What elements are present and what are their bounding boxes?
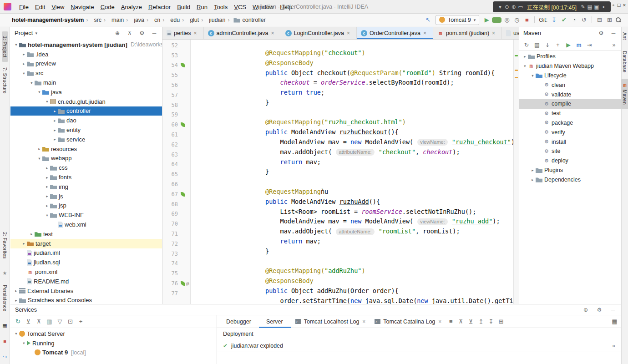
tab-close-icon[interactable]: × — [362, 318, 365, 325]
services-tab[interactable]: Tomcat Localhost Log × — [291, 315, 370, 328]
tree-arrow-icon[interactable]: ▾ — [530, 73, 536, 78]
deployment-item[interactable]: ✔ jiudian:war exploded » — [217, 339, 621, 352]
tree-arrow-icon[interactable]: ▸ — [29, 232, 35, 236]
tree-row[interactable]: ▾ src — [10, 68, 162, 78]
expand-all-icon[interactable]: ⊻ — [24, 317, 33, 327]
error-stripe-mark[interactable] — [515, 70, 518, 71]
tree-row[interactable]: compile — [519, 99, 621, 109]
tab-close-icon[interactable]: × — [194, 30, 197, 36]
tree-row[interactable]: ▾ webapp — [10, 154, 162, 163]
error-stripe-mark[interactable] — [515, 77, 518, 78]
tree-row[interactable]: ▸ resources — [10, 144, 162, 154]
tool-stripe-button[interactable]: 7: Structure — [2, 63, 8, 98]
tree-row[interactable]: ▸ test — [10, 229, 162, 239]
tree-arrow-icon[interactable]: ▸ — [44, 184, 50, 189]
collapse-all-icon[interactable]: ⊼ — [126, 29, 133, 38]
tree-row[interactable]: ▸ js — [10, 192, 162, 201]
stop-record-icon[interactable]: ▪ — [600, 2, 607, 11]
zoom-icon[interactable]: ⊕ — [511, 2, 517, 11]
hide-panel-icon[interactable]: ─ — [610, 29, 617, 38]
tree-arrow-icon[interactable]: ▸ — [44, 166, 50, 170]
line-number[interactable]: 69 — [162, 211, 178, 217]
collapse-all-icon[interactable]: ⊼ — [34, 317, 44, 327]
tree-row[interactable]: deploy — [519, 156, 621, 166]
menu-item[interactable]: Tools — [211, 4, 231, 10]
line-number[interactable]: 62 — [162, 142, 178, 148]
tree-row[interactable]: ▾ main — [10, 78, 162, 87]
menu-item[interactable]: VCS — [231, 4, 249, 10]
tool-stripe-button[interactable]: Persistence — [2, 280, 8, 316]
search-everywhere-icon[interactable] — [615, 16, 624, 23]
code-line[interactable]: 77 order.setStartTime(new java.sql.Date(… — [162, 288, 513, 298]
region-icon[interactable]: ▭ — [517, 2, 524, 11]
navigate-back-icon[interactable]: ↖ — [423, 15, 433, 25]
line-number[interactable]: 65 — [162, 171, 178, 177]
tree-row[interactable]: jiudian.sql — [10, 258, 162, 267]
menu-item[interactable]: Build — [174, 4, 193, 10]
menu-item[interactable]: Code — [97, 4, 118, 10]
line-number[interactable]: 77 — [162, 290, 178, 297]
more-actions-icon[interactable]: » — [609, 40, 619, 50]
tree-arrow-icon[interactable]: ▸ — [13, 298, 19, 303]
line-number[interactable]: 55 — [162, 72, 178, 78]
tree-row[interactable]: ▸ External Libraries — [10, 286, 162, 296]
execute-maven-goal-icon[interactable]: m — [574, 40, 584, 50]
error-stripe-scrollbar[interactable] — [513, 40, 519, 304]
tool-stripe-button[interactable]: ▦ — [2, 317, 8, 332]
add-maven-project-icon[interactable]: + — [553, 40, 563, 50]
locate-file-icon[interactable]: ⊕ — [114, 29, 121, 38]
line-number[interactable]: 75 — [162, 270, 178, 277]
tree-row[interactable]: ▾ Tomcat Server — [10, 329, 217, 339]
tree-row[interactable]: ▸ Plugins — [519, 166, 621, 175]
tree-row[interactable]: ▸ service — [10, 135, 162, 144]
tab-close-icon[interactable]: × — [438, 318, 441, 325]
tree-row[interactable]: ▾ cn.edu.glut.jiudian — [10, 97, 162, 106]
tree-row[interactable]: jiudian.iml — [10, 248, 162, 258]
collapse-icon[interactable]: ⊼ — [456, 317, 466, 327]
breadcrumb-item[interactable]: › edu — [160, 17, 180, 23]
tool-stripe-button[interactable]: ↪ — [2, 348, 8, 363]
breadcrumb-item[interactable]: › glut — [180, 17, 199, 23]
editor-tab[interactable]: OrderController.java × — [357, 27, 433, 39]
line-number[interactable]: 59 — [162, 111, 178, 118]
tree-row[interactable]: validate — [519, 90, 621, 99]
tree-row[interactable]: install — [519, 137, 621, 147]
maximize-icon[interactable]: □ — [616, 1, 622, 9]
filter-icon[interactable]: ▽ — [55, 317, 65, 327]
record-dot-icon[interactable]: ⊙ — [504, 2, 510, 11]
tree-row[interactable]: web.xml — [10, 220, 162, 229]
tree-row[interactable]: ▸ dao — [10, 116, 162, 125]
menu-item[interactable]: Refactor — [145, 4, 174, 10]
add-service-icon[interactable]: + — [76, 317, 86, 327]
tree-arrow-icon[interactable]: ▸ — [44, 203, 50, 208]
tree-arrow-icon[interactable]: ▸ — [52, 137, 58, 142]
services-tab[interactable]: Debugger — [219, 315, 259, 328]
debug-icon[interactable] — [492, 17, 501, 23]
tree-arrow-icon[interactable]: ▾ — [36, 156, 42, 161]
scroll-up-icon[interactable]: ↥ — [476, 317, 486, 327]
editor-tab[interactable]: pom.xml (jiudian) × — [433, 27, 502, 39]
run-configuration-select[interactable]: Tomcat 9 ▾ — [436, 15, 479, 25]
tool-stripe-button[interactable]: 2: Favorites — [2, 228, 8, 263]
expand-icon[interactable]: ⊻ — [466, 317, 476, 327]
tree-arrow-icon[interactable]: ▾ — [21, 71, 27, 76]
menu-item[interactable]: Navigate — [67, 4, 97, 10]
tree-row[interactable]: ▾ Lifecycle — [519, 71, 621, 81]
tab-close-icon[interactable]: × — [492, 30, 495, 36]
menu-item[interactable]: Help — [277, 4, 295, 10]
tree-row[interactable]: ▸ Dependencies — [519, 175, 621, 184]
tree-row[interactable]: Tomcat 9 [local] — [10, 348, 217, 358]
tool-stripe-button[interactable]: Ant — [622, 28, 628, 45]
skip-tests-icon[interactable]: ⇥ — [584, 40, 594, 50]
coverage-icon[interactable]: ◎ — [502, 15, 512, 25]
tree-arrow-icon[interactable]: ▸ — [21, 52, 27, 56]
line-number[interactable]: 74 — [162, 260, 178, 267]
gutter-bean-icon[interactable] — [181, 122, 185, 127]
git-label[interactable]: Git: — [537, 15, 549, 25]
group-by-icon[interactable]: ▥ — [45, 317, 54, 327]
settings-icon[interactable]: ⚙ — [596, 305, 603, 314]
tree-row[interactable]: test — [519, 109, 621, 118]
restore-layout-icon[interactable]: ⊞ — [605, 15, 614, 25]
error-stripe-mark[interactable] — [515, 55, 518, 56]
gutter-bean-icon[interactable] — [181, 192, 185, 197]
